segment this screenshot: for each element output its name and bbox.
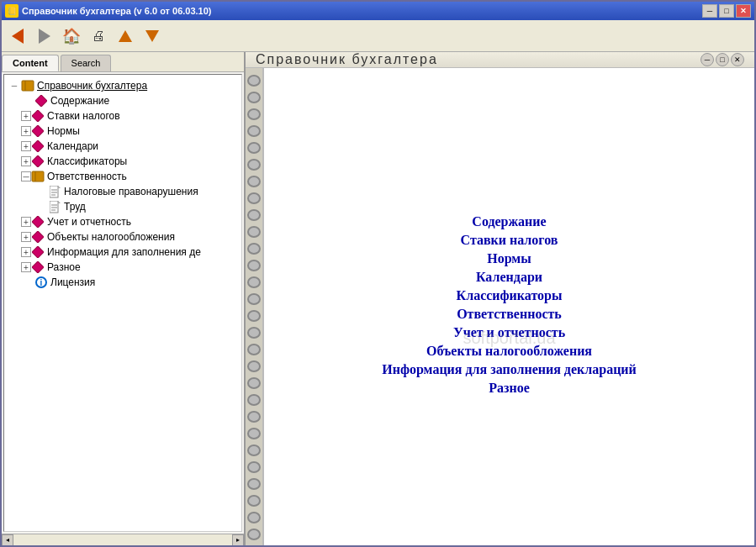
scroll-left-button[interactable]: ◂ [2,534,13,546]
tree-expand-3[interactable]: + [21,141,31,151]
tree-expand-4[interactable]: + [21,156,31,166]
content-link-0[interactable]: Содержание [472,214,546,229]
close-button[interactable]: ✕ [736,4,751,18]
tree-item[interactable]: + Календари [6,139,240,154]
spiral-ring [247,176,261,187]
content-link-3[interactable]: Календари [476,270,542,285]
tree-expand-10[interactable]: + [21,247,31,257]
nb-restore-button[interactable]: □ [716,53,729,66]
gem-icon-11 [31,260,45,274]
spiral-ring [247,461,261,473]
spiral-ring [247,394,261,406]
content-link-7[interactable]: Объекты налогообложения [426,344,592,359]
svg-rect-6 [32,155,44,167]
spiral-ring [247,92,261,103]
scroll-track[interactable] [13,534,232,546]
doc-icon-6 [48,185,61,198]
spiral-binding [246,68,264,545]
spiral-ring [247,159,261,171]
content-link-6[interactable]: Учет и отчетность [453,325,565,340]
content-link-4[interactable]: Классификаторы [457,288,563,303]
root-book-icon [21,79,34,92]
tree-expand-11[interactable]: + [21,262,31,272]
tabs-bar: Content Search [2,52,244,72]
tree-expand-9[interactable]: + [21,232,31,242]
forward-button[interactable] [32,24,57,49]
back-arrow-icon [12,29,24,44]
horizontal-scrollbar: ◂ ▸ [2,534,244,545]
notebook-controls: ─ □ ✕ [700,53,744,66]
main-area: Content Search ─ Справочник бухгалтера [2,52,754,545]
minimize-button[interactable]: ─ [702,4,717,18]
tree-item-label: Ответственность [47,171,127,182]
up-button[interactable] [113,24,138,49]
tree-container[interactable]: ─ Справочник бухгалтера [3,74,242,532]
spiral-ring [247,529,261,540]
svg-rect-7 [32,171,44,181]
spiral-ring [247,243,261,255]
tree-item[interactable]: Налоговые правонарушения [6,184,240,199]
home-icon: 🏠 [62,27,81,45]
tree-item[interactable]: + Ставки налогов [6,108,240,124]
content-link-8[interactable]: Информация для заполнения деклараций [382,362,637,377]
tree-item-label: Труд [64,201,86,213]
home-button[interactable]: 🏠 [59,24,84,49]
tree-expand-1[interactable]: + [21,111,31,121]
content-link-5[interactable]: Ответственность [457,307,562,322]
spiral-ring [247,360,261,372]
content-link-2[interactable]: Нормы [487,251,531,266]
svg-rect-3 [32,110,44,122]
tree-item[interactable]: + Разное [6,260,240,275]
window-title: Справочник бухгалтера (v 6.0 от 06.03.10… [22,6,212,16]
tree-item[interactable]: + Нормы [6,124,240,139]
print-button[interactable]: 🖨 [86,24,111,49]
tree-item-label: Объекты налогообложения [47,231,175,243]
gem-icon-4 [31,155,45,168]
tree-expand-2[interactable]: + [21,126,31,136]
forward-arrow-icon [39,29,50,44]
tree-item[interactable]: Труд [6,199,240,214]
notebook-body: softportal.ua Содержание Ставки налогов … [246,68,754,545]
content-link-1[interactable]: Ставки налогов [461,233,558,248]
down-button[interactable] [140,24,165,49]
content-link-9[interactable]: Разное [489,381,530,396]
up-arrow-icon [119,30,132,42]
tree-expand-root[interactable]: ─ [8,79,21,92]
scroll-right-button[interactable]: ▸ [232,534,244,546]
tree-item[interactable]: + Объекты налогообложения [6,229,240,245]
tab-search[interactable]: Search [61,55,112,71]
maximize-button[interactable]: □ [719,4,734,18]
info-circle-icon: i [35,276,47,288]
gem-icon-2 [31,124,45,138]
back-button[interactable] [5,24,30,49]
info-icon-12: i [34,276,48,289]
tree-item-label: Информация для заполнения де [47,246,201,258]
spiral-ring [247,495,261,507]
tree-root[interactable]: ─ Справочник бухгалтера [6,78,240,93]
right-panel: Справочник бухгалтера ─ □ ✕ [246,52,754,545]
spiral-ring [247,125,261,137]
spiral-ring [247,478,261,490]
tree-item-label: Ставки налогов [47,110,120,122]
print-icon: 🖨 [92,29,105,44]
tree-item[interactable]: + Информация для заполнения де [6,245,240,260]
tree-item[interactable]: ─ Ответственность [6,169,240,184]
nb-minimize-button[interactable]: ─ [700,53,714,66]
tree-item-label: Нормы [47,125,80,137]
tree-item[interactable]: Содержание [6,93,240,108]
tree-expand-5[interactable]: ─ [21,171,31,181]
tree-item[interactable]: i Лицензия [6,275,240,290]
gem-icon-1 [31,109,45,123]
main-window: 📒 Справочник бухгалтера (v 6.0 от 06.03.… [0,0,756,547]
tree-item[interactable]: + Классификаторы [6,154,240,169]
tree-item[interactable]: + Учет и отчетность [6,214,240,229]
nb-close-button[interactable]: ✕ [731,53,744,66]
svg-rect-5 [32,140,44,152]
spiral-ring [247,192,261,204]
svg-rect-22 [32,261,44,273]
book-icon-5 [31,170,45,183]
tree-expand-8[interactable]: + [21,217,31,227]
svg-rect-2 [35,95,47,107]
tree-item-label: Календари [47,140,98,152]
tab-content[interactable]: Content [2,55,59,71]
